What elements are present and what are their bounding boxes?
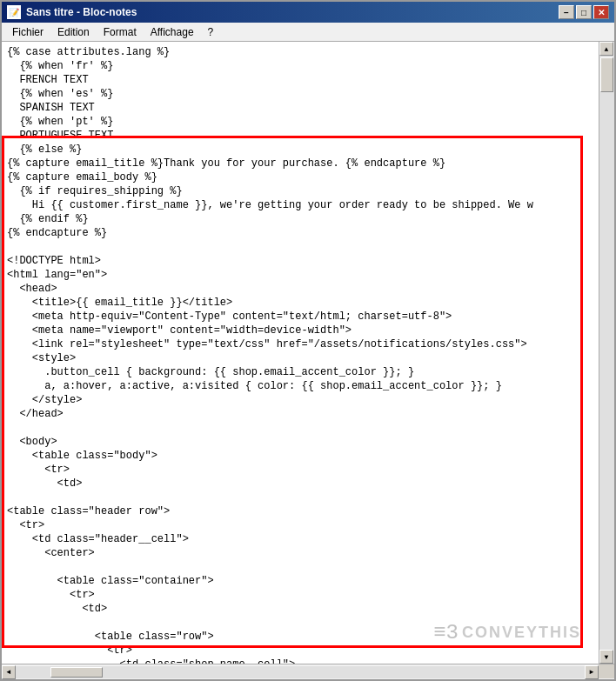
title-bar-buttons: − □ ✕: [559, 5, 609, 19]
scroll-track-vertical[interactable]: [599, 56, 614, 650]
menu-help[interactable]: ?: [201, 24, 221, 40]
scroll-right-button[interactable]: ►: [585, 665, 599, 679]
notepad-window: 📝 Sans titre - Bloc-notes − □ ✕ Fichier …: [0, 0, 616, 681]
menu-edition[interactable]: Edition: [50, 24, 97, 40]
menu-bar: Fichier Edition Format Affichage ?: [2, 23, 614, 42]
editor-container: {% case attributes.lang %} {% when 'fr' …: [2, 42, 614, 664]
close-button[interactable]: ✕: [593, 5, 609, 19]
scroll-down-button[interactable]: ▼: [599, 650, 613, 664]
menu-fichier[interactable]: Fichier: [5, 24, 50, 40]
editor-area[interactable]: {% case attributes.lang %} {% when 'fr' …: [2, 42, 599, 664]
scroll-thumb-horizontal[interactable]: [50, 667, 103, 678]
maximize-button[interactable]: □: [576, 5, 592, 19]
scroll-track-horizontal[interactable]: [16, 666, 585, 678]
minimize-button[interactable]: −: [559, 5, 574, 19]
scroll-left-button[interactable]: ◄: [2, 665, 16, 679]
scroll-thumb-vertical[interactable]: [600, 57, 613, 92]
vertical-scrollbar: ▲ ▼: [599, 42, 614, 664]
code-content[interactable]: {% case attributes.lang %} {% when 'fr' …: [2, 42, 599, 664]
horizontal-scrollbar: ◄ ►: [2, 664, 599, 679]
menu-affichage[interactable]: Affichage: [144, 24, 201, 40]
window-title: Sans titre - Bloc-notes: [26, 6, 137, 18]
title-bar-left: 📝 Sans titre - Bloc-notes: [7, 5, 137, 19]
menu-format[interactable]: Format: [97, 24, 144, 40]
scroll-corner: [599, 664, 614, 678]
bottom-area: ◄ ►: [2, 664, 614, 679]
notepad-icon: 📝: [7, 5, 21, 19]
title-bar: 📝 Sans titre - Bloc-notes − □ ✕: [2, 2, 614, 23]
scroll-up-button[interactable]: ▲: [599, 42, 613, 56]
